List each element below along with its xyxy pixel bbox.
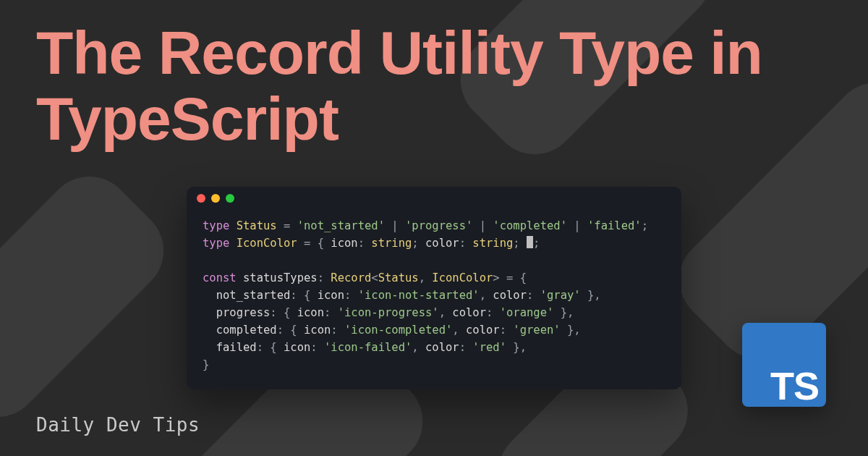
window-titlebar xyxy=(187,187,681,210)
code-window: type Status = 'not_started' | 'progress'… xyxy=(187,187,681,389)
type-name: Status xyxy=(237,219,277,232)
text-cursor xyxy=(527,236,533,248)
keyword: type xyxy=(203,219,229,232)
page-title: The Record Utility Type in TypeScript xyxy=(36,20,832,151)
maximize-icon xyxy=(226,194,234,203)
typescript-logo-icon: TS xyxy=(742,323,826,407)
close-icon xyxy=(197,194,205,203)
ts-logo-text: TS xyxy=(770,366,819,405)
code-block: type Status = 'not_started' | 'progress'… xyxy=(187,210,681,389)
footer-text: Daily Dev Tips xyxy=(36,414,200,436)
minimize-icon xyxy=(211,194,220,203)
